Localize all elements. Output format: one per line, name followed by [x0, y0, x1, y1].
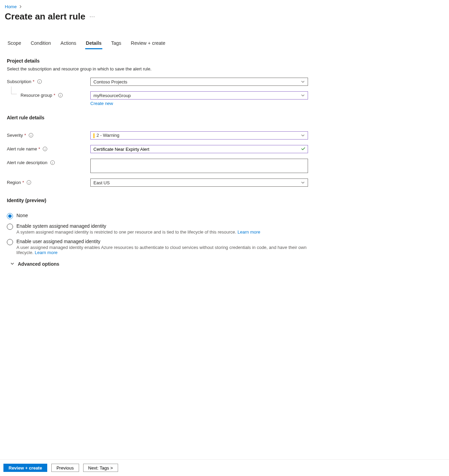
- region-label: Region* i: [7, 178, 90, 185]
- identity-user-description: A user assigned managed identity enables…: [16, 245, 308, 255]
- next-button[interactable]: Next: Tags >: [83, 464, 118, 472]
- create-new-link[interactable]: Create new: [90, 101, 113, 106]
- title-row: Create an alert rule ···: [0, 11, 449, 29]
- tab-review[interactable]: Review + create: [130, 38, 166, 49]
- alert-rule-name-label: Alert rule name* i: [7, 145, 90, 151]
- chevron-down-icon: [301, 93, 305, 97]
- region-select[interactable]: East US: [90, 178, 308, 187]
- info-icon[interactable]: i: [27, 180, 31, 185]
- chevron-down-icon: [301, 181, 305, 185]
- identity-user-radio[interactable]: [7, 239, 13, 245]
- breadcrumb-home[interactable]: Home: [5, 4, 17, 9]
- project-details-heading: Project details: [7, 58, 308, 64]
- tab-actions[interactable]: Actions: [60, 38, 77, 49]
- check-icon: [301, 146, 306, 152]
- resource-group-label: Resource group* i: [21, 91, 90, 98]
- identity-heading: Identity (preview): [7, 198, 308, 203]
- footer-action-bar: Review + create Previous Next: Tags >: [0, 459, 449, 476]
- tab-condition[interactable]: Condition: [30, 38, 52, 49]
- identity-user-label: Enable user assigned managed identity: [16, 239, 308, 244]
- chevron-down-icon: [301, 80, 305, 84]
- severity-label: Severity* i: [7, 131, 90, 138]
- subscription-label: Subscription* i: [7, 78, 90, 84]
- identity-system-label: Enable system assigned managed identity: [16, 223, 260, 229]
- alert-rule-name-input[interactable]: [93, 145, 297, 153]
- more-icon[interactable]: ···: [90, 14, 95, 20]
- alert-rule-description-wrapper: [90, 159, 308, 173]
- learn-more-link[interactable]: Learn more: [238, 229, 260, 235]
- breadcrumb: Home: [0, 0, 449, 11]
- advanced-options-toggle[interactable]: Advanced options: [7, 261, 308, 267]
- info-icon[interactable]: i: [37, 79, 42, 84]
- severity-color-icon: [93, 133, 94, 138]
- identity-none-label: None: [16, 213, 28, 218]
- identity-system-description: A system assigned managed identity is re…: [16, 229, 260, 235]
- info-icon[interactable]: i: [29, 133, 33, 137]
- hierarchy-connector: [7, 91, 21, 97]
- severity-select[interactable]: 2 - Warning: [90, 131, 308, 140]
- learn-more-link[interactable]: Learn more: [35, 250, 57, 255]
- review-create-button[interactable]: Review + create: [3, 464, 47, 472]
- info-icon[interactable]: i: [43, 147, 47, 151]
- alert-rule-details-heading: Alert rule details: [7, 115, 308, 120]
- tab-bar: Scope Condition Actions Details Tags Rev…: [0, 29, 449, 49]
- chevron-down-icon: [301, 133, 305, 137]
- project-details-description: Select the subscription and resource gro…: [7, 66, 308, 71]
- identity-system-radio[interactable]: [7, 224, 13, 230]
- identity-none-radio[interactable]: [7, 213, 13, 219]
- tab-tags[interactable]: Tags: [111, 38, 122, 49]
- page-title: Create an alert rule: [5, 11, 86, 22]
- tab-scope[interactable]: Scope: [7, 38, 22, 49]
- alert-rule-description-label: Alert rule description i: [7, 159, 90, 165]
- alert-rule-description-input[interactable]: [93, 160, 305, 171]
- subscription-select[interactable]: Contoso Projects: [90, 78, 308, 86]
- tab-details[interactable]: Details: [85, 38, 102, 49]
- identity-radio-group: None Enable system assigned managed iden…: [7, 213, 308, 255]
- alert-rule-name-input-wrapper: [90, 145, 308, 153]
- info-icon[interactable]: i: [50, 160, 55, 165]
- chevron-down-icon: [10, 262, 14, 267]
- previous-button[interactable]: Previous: [51, 464, 79, 472]
- info-icon[interactable]: i: [58, 93, 63, 97]
- chevron-right-icon: [19, 4, 22, 9]
- resource-group-select[interactable]: myResourceGroup: [90, 91, 308, 100]
